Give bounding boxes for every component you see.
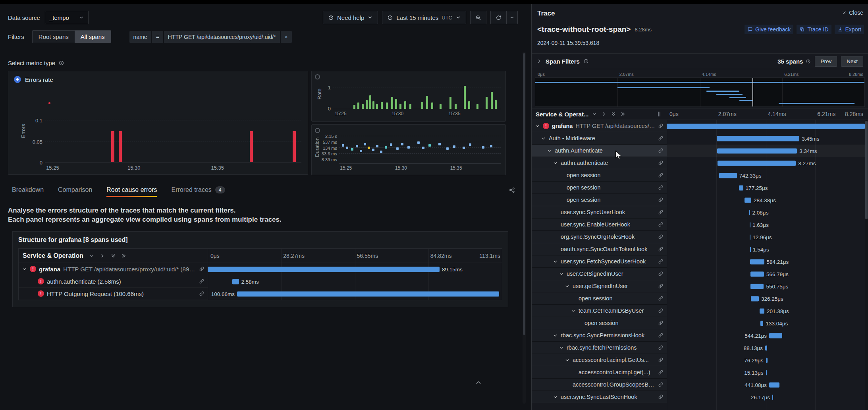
span-name-cell[interactable]: open session bbox=[532, 317, 667, 329]
span-row[interactable]: team.GetTeamIDsByUser201.38μs bbox=[532, 305, 865, 317]
info-icon[interactable] bbox=[583, 58, 589, 64]
data-source-picker[interactable]: _tempo bbox=[45, 11, 89, 24]
errors-chart-plot[interactable] bbox=[45, 100, 301, 162]
share-icon[interactable] bbox=[509, 187, 515, 193]
span-link-icon[interactable] bbox=[658, 160, 664, 166]
column-resize-handle[interactable] bbox=[658, 112, 660, 116]
chevron-down-icon[interactable] bbox=[547, 148, 552, 153]
span-name-cell[interactable]: org.sync.SyncOrgRolesHook bbox=[532, 231, 667, 243]
span-row[interactable]: user.GetSignedInUser566.79μs bbox=[532, 268, 865, 280]
span-name-cell[interactable]: accesscontrol.GroupScopesBy... bbox=[532, 379, 667, 391]
span-row[interactable]: !HTTP Outgoing Request (100.66ms)100.66m… bbox=[19, 288, 502, 300]
minimap-cursor[interactable] bbox=[752, 78, 753, 106]
span-link-icon[interactable] bbox=[658, 357, 664, 363]
span-name-cell[interactable]: rbac.sync.fetchPermissions bbox=[532, 342, 667, 354]
span-name-cell[interactable]: user.sync.EnableUserHook bbox=[532, 219, 667, 231]
span-name-cell[interactable]: open session bbox=[532, 182, 667, 194]
refresh-button[interactable] bbox=[490, 11, 507, 24]
span-row[interactable]: accesscontrol.acimpl.GetUs...76.29μs bbox=[532, 354, 865, 366]
span-duration-bar[interactable] bbox=[208, 267, 440, 272]
span-row[interactable]: user.sync.SyncLastSeenHook26.17μs bbox=[532, 391, 865, 403]
span-name-cell[interactable]: rbac.sync.SyncPermissionsHook bbox=[532, 329, 667, 342]
chevron-down-icon[interactable] bbox=[553, 259, 558, 264]
filter-value[interactable]: HTTP GET /api/datasources/proxy/uid/:uid… bbox=[164, 31, 280, 43]
chevron-up-icon[interactable] bbox=[475, 379, 482, 386]
span-row[interactable]: open session326.25μs bbox=[532, 292, 865, 305]
span-name-cell[interactable]: !authn.authenticate (2.58ms) bbox=[19, 275, 208, 288]
span-link-icon[interactable] bbox=[658, 123, 664, 129]
span-link-icon[interactable] bbox=[658, 308, 664, 313]
span-duration-bar[interactable] bbox=[745, 197, 751, 203]
header-chevron-right-button[interactable] bbox=[100, 253, 105, 259]
tab-comparison[interactable]: Comparison bbox=[58, 182, 92, 198]
chevron-right-icon[interactable] bbox=[536, 58, 542, 64]
span-row[interactable]: open session133.04μs bbox=[532, 317, 865, 329]
span-row[interactable]: rbac.sync.SyncPermissionsHook544.21μs bbox=[532, 329, 865, 342]
span-row[interactable]: authn.Authenticate3.34ms bbox=[532, 145, 865, 157]
span-name-cell[interactable]: user.sync.SyncLastSeenHook bbox=[532, 391, 667, 403]
span-link-icon[interactable] bbox=[658, 333, 664, 338]
span-timeline[interactable]: 100.66ms bbox=[208, 288, 502, 300]
filter-key[interactable]: name bbox=[129, 31, 151, 43]
prev-span-button[interactable]: Prev bbox=[815, 56, 837, 67]
span-link-icon[interactable] bbox=[199, 266, 204, 272]
scope-option-root-spans[interactable]: Root spans bbox=[33, 31, 75, 43]
header-chevron-down-button[interactable] bbox=[592, 111, 597, 117]
span-link-icon[interactable] bbox=[658, 234, 664, 240]
span-duration-bar[interactable] bbox=[750, 247, 751, 252]
info-icon[interactable] bbox=[58, 60, 64, 66]
span-name-cell[interactable]: team.GetTeamIDsByUser bbox=[532, 305, 667, 317]
span-link-icon[interactable] bbox=[658, 382, 664, 387]
span-link-icon[interactable] bbox=[658, 259, 664, 264]
chevron-down-icon[interactable] bbox=[559, 271, 564, 277]
refresh-interval-dropdown[interactable] bbox=[507, 11, 518, 24]
metric-radio-errors-rate[interactable]: Errors rate bbox=[14, 76, 53, 83]
tab-errored-traces[interactable]: Errored traces4 bbox=[171, 182, 225, 198]
span-duration-bar[interactable] bbox=[750, 259, 764, 264]
span-timeline[interactable]: 89.15ms bbox=[208, 263, 502, 275]
chevron-down-icon[interactable] bbox=[535, 124, 540, 129]
chevron-down-icon[interactable] bbox=[541, 136, 546, 141]
chevron-down-icon[interactable] bbox=[22, 267, 27, 272]
span-name-cell[interactable]: !HTTP Outgoing Request (100.66ms) bbox=[19, 288, 208, 300]
span-duration-bar[interactable] bbox=[718, 161, 796, 166]
span-row[interactable]: authn.authenticate3.27ms bbox=[532, 157, 865, 169]
span-row[interactable]: open session742.33μs bbox=[532, 169, 865, 182]
header-chevron-down-button[interactable] bbox=[89, 253, 95, 259]
span-duration-bar[interactable] bbox=[749, 210, 750, 215]
span-link-icon[interactable] bbox=[658, 283, 664, 289]
trace-action-export[interactable]: Export bbox=[835, 25, 864, 34]
span-duration-bar[interactable] bbox=[717, 148, 797, 153]
span-name-cell[interactable]: !grafanaHTTP GET /api/datasources/pr... bbox=[532, 120, 667, 132]
scrollbar-thumb[interactable] bbox=[523, 53, 525, 335]
span-link-icon[interactable] bbox=[658, 369, 664, 375]
span-row[interactable]: oauth.sync.SyncOauthTokenHook1.54μs bbox=[532, 243, 865, 255]
info-icon[interactable] bbox=[583, 58, 589, 64]
span-name-cell[interactable]: accesscontrol.acimpl.get(...) bbox=[532, 366, 667, 379]
span-row[interactable]: accesscontrol.acimpl.get(...)15.13μs bbox=[532, 366, 865, 379]
span-link-icon[interactable] bbox=[658, 185, 664, 190]
span-link-icon[interactable] bbox=[658, 172, 664, 178]
span-link-icon[interactable] bbox=[199, 278, 204, 284]
span-row[interactable]: user.sync.FetchSyncedUserHook584.21μs bbox=[532, 255, 865, 268]
chevron-down-icon[interactable] bbox=[565, 284, 570, 289]
span-duration-bar[interactable] bbox=[760, 321, 764, 326]
span-name-cell[interactable]: Auth - Middleware bbox=[532, 132, 667, 145]
span-duration-bar[interactable] bbox=[765, 345, 767, 350]
filter-remove-button[interactable]: × bbox=[281, 31, 292, 43]
span-link-icon[interactable] bbox=[658, 135, 664, 141]
span-duration-bar[interactable] bbox=[667, 124, 865, 129]
span-duration-bar[interactable] bbox=[760, 308, 764, 313]
tab-breakdown[interactable]: Breakdown bbox=[12, 182, 44, 198]
chevron-right-icon[interactable] bbox=[536, 58, 542, 64]
span-link-icon[interactable] bbox=[658, 209, 664, 215]
filter-operator[interactable]: = bbox=[152, 31, 163, 43]
tab-root-cause-errors[interactable]: Root cause errors bbox=[106, 182, 157, 198]
span-name-cell[interactable]: !grafanaHTTP GET /api/datasources/proxy/… bbox=[19, 263, 208, 275]
chevron-down-icon[interactable] bbox=[553, 395, 558, 400]
span-link-icon[interactable] bbox=[199, 291, 204, 296]
span-duration-bar[interactable] bbox=[750, 222, 750, 227]
trace-action-give-feedback[interactable]: Give feedback bbox=[745, 25, 794, 34]
span-duration-bar[interactable] bbox=[739, 185, 743, 190]
header-double-down-button[interactable] bbox=[110, 253, 116, 259]
